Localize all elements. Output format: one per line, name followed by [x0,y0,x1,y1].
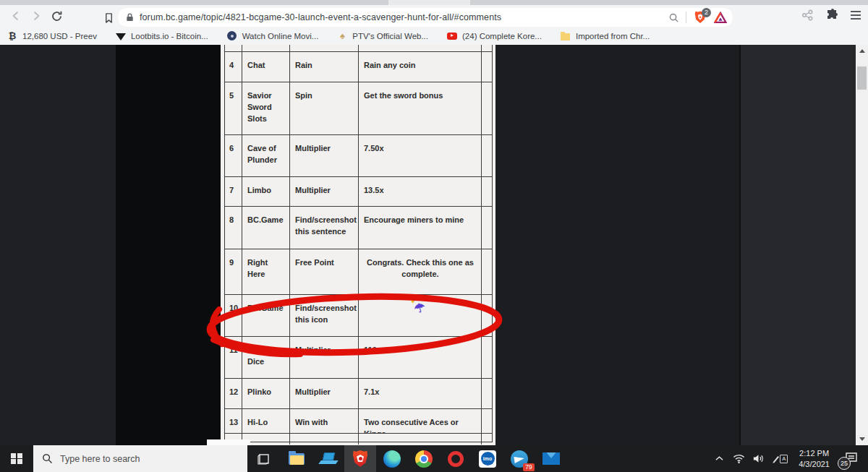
bookmark-item-watch-movies[interactable]: Watch Online Movi... [227,31,319,41]
end-cell [482,82,491,134]
game-cell: Cave of Plunder [242,135,290,176]
taskbar-app-imo[interactable]: imo [472,445,503,472]
film-reel-icon [227,31,237,40]
browser-toolbar: forum.bc.game/topic/4821-bcgame-30-launc… [0,5,868,27]
row-number-cell: 6 [225,135,242,176]
table-row: 6 Cave of Plunder Multiplier 7.50x [225,135,492,177]
taskbar-app-brave[interactable] [344,445,376,472]
search-icon[interactable] [668,12,679,23]
taskbar-app-edge[interactable] [376,445,408,472]
ime-lang-icon: A [780,455,788,463]
refresh-button[interactable] [46,6,67,26]
task-view-button[interactable] [247,445,281,472]
bookmark-this-page-button[interactable] [100,9,117,27]
chrome-browser-icon [415,450,433,468]
taskbar-app-chrome[interactable] [408,445,440,472]
detail-cell: Congrats. Check this one as complete. [359,249,482,294]
taskbar-app-mail[interactable] [535,445,567,472]
bookmark-item-lootbits[interactable]: Lootbits.io - Bitcoin... [116,31,208,41]
scavenger-hunt-image[interactable]: 4 Chat Rain Rain any coin 5 Savior Sword… [221,45,495,445]
taskbar-app-telegram[interactable]: 79 [503,445,535,472]
windows-logo-icon [11,453,22,465]
scrollbar-thumb[interactable] [857,66,867,90]
row-number-cell: 7 [225,177,242,206]
bat-rewards-icon[interactable] [714,12,727,24]
ime-indicator[interactable]: A [770,448,789,470]
extensions-puzzle-icon[interactable] [826,9,839,22]
lock-icon [125,12,135,22]
bitcoin-b-icon: ₿ [7,31,17,41]
address-bar[interactable]: forum.bc.game/topic/4821-bcgame-30-launc… [118,8,733,27]
bookmark-label: PTV's Official Web... [352,32,428,40]
page-scrollbar[interactable] [856,45,868,445]
end-cell [482,379,491,408]
detail-cell: 7.1x [359,379,482,408]
bookmark-label: 12,680 USD - Preev [22,32,97,40]
page-content: 4 Chat Rain Rain any coin 5 Savior Sword… [0,45,868,445]
taskbar-search[interactable] [33,445,247,472]
game-cell: Limbo [242,177,290,206]
row-number-cell: 13 [225,409,242,433]
lightbox-dim-right [495,45,739,445]
task-cell: Multiplier [290,177,359,206]
task-cell: Find/screenshot this sentence [290,207,359,249]
end-cell [482,207,491,249]
brave-browser-icon [353,450,367,467]
gold-spade-icon: ♠ [337,31,347,41]
wifi-icon [733,453,745,464]
start-button[interactable] [0,445,33,472]
table-row-partial [225,434,492,442]
mail-app-icon [542,452,560,465]
browser-window: forum.bc.game/topic/4821-bcgame-30-launc… [0,0,868,45]
taskbar-app-file-explorer[interactable] [281,445,312,472]
forward-button[interactable] [26,6,46,26]
search-icon [42,453,53,464]
table-row: 11 Classic Dice Multiplier 110x [225,337,492,379]
system-tray: A 2:12 PM 4/3/2021 25 [712,445,868,472]
task-cell: Rain [290,52,359,82]
active-tab-edge [388,0,470,5]
game-cell: Chat [242,52,290,82]
purple-umbrella-icon: ☂✦✦ [414,300,425,318]
task-view-icon [258,452,271,465]
task-cell: Free Point [290,249,359,294]
scroll-down-arrow[interactable] [856,434,868,445]
search-input[interactable] [60,454,219,464]
lightbox-dim-left [116,45,221,445]
file-explorer-icon [289,453,305,465]
table-row: 8 BC.Game Find/screenshot this sentence … [225,207,492,249]
bookmark-item-preev[interactable]: ₿ 12,680 USD - Preev [7,31,97,41]
url-text[interactable]: forum.bc.game/topic/4821-bcgame-30-launc… [140,12,668,22]
taskbar-clock[interactable]: 2:12 PM 4/3/2021 [794,448,834,470]
bookmark-label: Imported from Chr... [576,32,650,40]
back-icon [10,10,22,22]
bookmark-label: Lootbits.io - Bitcoin... [131,32,208,40]
detail-cell: Two consecutive Aces or Kings [359,409,482,433]
taskbar-app-laptop[interactable] [312,445,344,472]
scroll-up-arrow[interactable] [856,46,868,56]
game-cell: BC.Game [242,295,290,336]
end-cell [482,295,491,336]
action-center-button[interactable]: 25 [839,448,864,470]
wifi-status[interactable] [731,448,746,470]
back-button[interactable] [6,6,26,26]
game-cell: Right Here [242,249,290,294]
bookmark-item-ptv[interactable]: ♠ PTV's Official Web... [337,31,428,41]
shields-badge: 2 [702,8,711,17]
bookmark-item-imported[interactable]: Imported from Chr... [561,31,650,41]
row-number-cell: 12 [225,379,242,408]
menu-icon[interactable] [851,11,861,20]
table-row: 5 Savior Sword Slots Spin Get the sword … [225,82,492,135]
volume-status[interactable] [751,448,765,470]
taskbar-app-opera[interactable] [440,445,472,472]
page-edge-sliver [207,439,250,445]
share-circles-icon[interactable] [801,9,814,22]
detail-cell: Rain any coin [359,52,482,82]
chevron-up-icon [715,454,724,463]
tray-expand-button[interactable] [712,448,726,470]
bookmark-item-youtube[interactable]: (24) Complete Kore... [447,31,542,41]
brave-shields-button[interactable]: 2 [693,10,707,25]
table-row: 9 Right Here Free Point Congrats. Check … [225,249,492,295]
youtube-icon [447,33,457,40]
bookmarks-bar: ₿ 12,680 USD - Preev Lootbits.io - Bitco… [0,27,868,45]
